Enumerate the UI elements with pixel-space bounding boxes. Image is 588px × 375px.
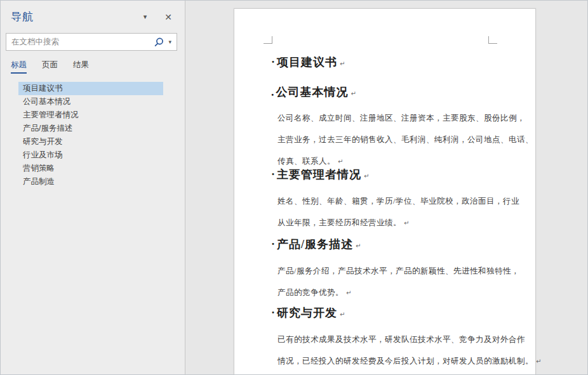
doc-heading[interactable]: ·项目建议书↵ [271,55,500,72]
document-page[interactable]: ·项目建议书↵.公司基本情况↵公司名称、成立时间、注册地区、注册资本，主要股东、… [234,8,536,374]
heading-text[interactable]: 主要管理者情况 [277,168,361,181]
document-search-box[interactable]: ▾ [6,33,177,51]
heading-bullet: · [271,56,276,69]
headings-list: 项目建议书公司基本情况主要管理者情况产品/服务描述研究与开发行业及市场营销策略产… [18,82,163,188]
heading-bullet: · [271,306,276,319]
paragraph-mark-icon: ↵ [338,158,343,165]
nav-heading-item[interactable]: 公司基本情况 [18,95,163,109]
paragraph-mark-icon: ↵ [404,220,409,227]
doc-paragraph-line[interactable]: 情况，已经投入的研发经费及今后投入计划，对研发人员的激励机制。↵ [277,350,494,372]
paragraph-mark-icon: ↵ [340,60,345,67]
heading-text[interactable]: 公司基本情况 [276,86,349,98]
doc-paragraph[interactable]: 产品/服务介绍，产品技术水平，产品的新颖性、先进性和独特性，产品的竞争优势。↵ [277,260,494,303]
nav-heading-item[interactable]: 研究与开发 [18,135,163,148]
navigation-pane-header: 导航 ▾ ✕ [1,1,185,24]
doc-paragraph-line[interactable]: 姓名、性别、年龄、籍贯，学历/学位、毕业院校，政治面目，行业 [277,190,494,212]
paragraph-mark-icon: ↵ [340,311,345,318]
search-options-dropdown-icon[interactable]: ▾ [166,39,177,45]
nav-heading-item[interactable]: 主要管理者情况 [18,109,163,122]
doc-paragraph-line[interactable]: 产品/服务介绍，产品技术水平，产品的新颖性、先进性和独特性， [277,260,494,282]
doc-paragraph[interactable]: 姓名、性别、年龄、籍贯，学历/学位、毕业院校，政治面目，行业从业年限，主要经历和… [277,190,494,234]
doc-heading[interactable]: ·主要管理者情况↵ [271,167,500,184]
nav-heading-item[interactable]: 营销策略 [18,162,163,175]
doc-paragraph-line[interactable]: 公司名称、成立时间、注册地区、注册资本，主要股东、股份比例， [277,107,494,129]
doc-paragraph-line[interactable]: 主营业务，过去三年的销售收入、毛利润、纯利润，公司地点、电话、 [277,129,494,150]
close-icon[interactable]: ✕ [164,12,172,22]
nav-heading-item[interactable]: 产品制造 [18,175,163,188]
tab-headings[interactable]: 标题 [11,60,27,74]
doc-paragraph[interactable]: 已有的技术成果及技术水平，研发队伍技术水平、竞争力及对外合作情况，已经投入的研发… [277,329,494,372]
tab-results[interactable]: 结果 [73,60,89,74]
paragraph-mark-icon: ↵ [536,358,541,365]
doc-heading[interactable]: ·产品/服务描述↵ [271,237,500,254]
heading-bullet: · [271,238,276,251]
doc-heading[interactable]: ·研究与开发↵ [271,305,500,322]
margin-crop-mark-left [264,36,272,44]
doc-heading[interactable]: .公司基本情况↵ [271,84,500,102]
word-window: 导航 ▾ ✕ ▾ 标题页面结果 项目建议书公司基本情况主要管理者情况产品/服务描… [0,0,588,375]
paragraph-mark-icon: ↵ [346,289,351,296]
nav-heading-item[interactable]: 行业及市场 [18,148,163,162]
navigation-pane-title: 导航 [11,10,144,24]
paragraph-mark-icon: ↵ [351,90,356,97]
search-input[interactable] [6,34,151,50]
heading-bullet: . [271,86,275,98]
tab-pages[interactable]: 页面 [42,60,58,74]
heading-text[interactable]: 产品/服务描述 [277,238,353,251]
heading-text[interactable]: 研究与开发 [277,306,337,319]
chevron-down-icon[interactable]: ▾ [144,13,147,21]
doc-paragraph-line[interactable]: 从业年限，主要经历和经营业绩。↵ [277,212,494,234]
navigation-pane: 导航 ▾ ✕ ▾ 标题页面结果 项目建议书公司基本情况主要管理者情况产品/服务描… [1,1,185,374]
paragraph-mark-icon: ↵ [364,173,369,180]
doc-paragraph-line[interactable]: 产品的竞争优势。↵ [277,282,494,303]
document-canvas[interactable]: ·项目建议书↵.公司基本情况↵公司名称、成立时间、注册地区、注册资本，主要股东、… [185,1,587,374]
doc-paragraph-line[interactable]: 已有的技术成果及技术水平，研发队伍技术水平、竞争力及对外合作 [277,329,494,350]
margin-crop-mark-right [488,36,497,44]
nav-heading-item[interactable]: 产品/服务描述 [18,122,163,135]
heading-text[interactable]: 项目建议书 [277,56,337,69]
nav-tabs: 标题页面结果 [1,51,185,74]
nav-heading-item[interactable]: 项目建议书 [18,82,163,95]
heading-bullet: · [271,168,276,181]
paragraph-mark-icon: ↵ [356,242,361,249]
doc-paragraph[interactable]: 公司名称、成立时间、注册地区、注册资本，主要股东、股份比例，主营业务，过去三年的… [277,107,494,172]
search-icon[interactable] [154,37,164,48]
